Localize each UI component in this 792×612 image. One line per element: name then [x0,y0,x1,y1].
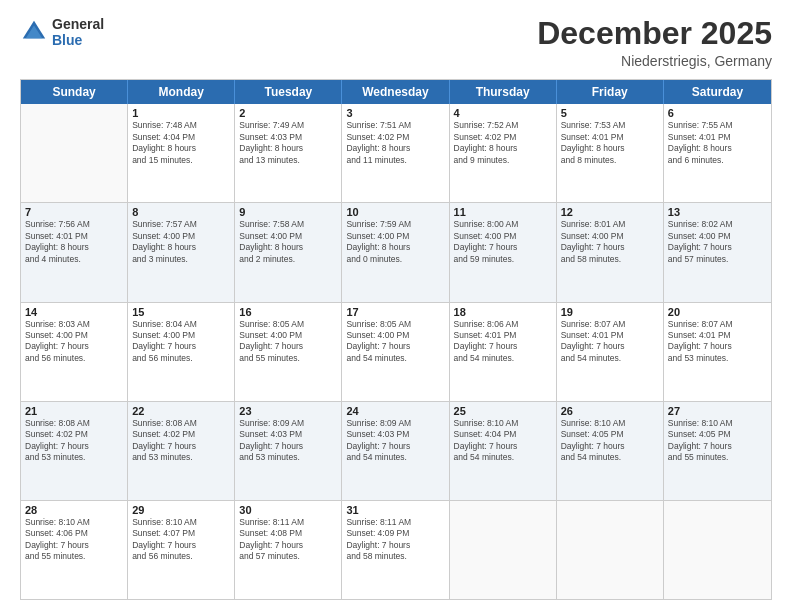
weekday-header: Thursday [450,80,557,104]
calendar-body: 1Sunrise: 7:48 AM Sunset: 4:04 PM Daylig… [21,104,771,599]
day-number: 14 [25,306,123,318]
day-info: Sunrise: 8:08 AM Sunset: 4:02 PM Dayligh… [132,418,230,464]
logo-text: General Blue [52,16,104,48]
day-number: 25 [454,405,552,417]
day-info: Sunrise: 7:58 AM Sunset: 4:00 PM Dayligh… [239,219,337,265]
day-number: 18 [454,306,552,318]
calendar-cell: 18Sunrise: 8:06 AM Sunset: 4:01 PM Dayli… [450,303,557,401]
day-info: Sunrise: 8:11 AM Sunset: 4:08 PM Dayligh… [239,517,337,563]
page: General Blue December 2025 Niederstriegi… [0,0,792,612]
calendar-cell: 5Sunrise: 7:53 AM Sunset: 4:01 PM Daylig… [557,104,664,202]
day-info: Sunrise: 7:57 AM Sunset: 4:00 PM Dayligh… [132,219,230,265]
day-number: 19 [561,306,659,318]
day-info: Sunrise: 7:49 AM Sunset: 4:03 PM Dayligh… [239,120,337,166]
day-number: 10 [346,206,444,218]
day-info: Sunrise: 7:59 AM Sunset: 4:00 PM Dayligh… [346,219,444,265]
calendar-cell: 20Sunrise: 8:07 AM Sunset: 4:01 PM Dayli… [664,303,771,401]
day-info: Sunrise: 7:55 AM Sunset: 4:01 PM Dayligh… [668,120,767,166]
weekday-header: Saturday [664,80,771,104]
calendar-cell: 2Sunrise: 7:49 AM Sunset: 4:03 PM Daylig… [235,104,342,202]
calendar-cell: 4Sunrise: 7:52 AM Sunset: 4:02 PM Daylig… [450,104,557,202]
day-info: Sunrise: 7:56 AM Sunset: 4:01 PM Dayligh… [25,219,123,265]
day-info: Sunrise: 8:10 AM Sunset: 4:05 PM Dayligh… [668,418,767,464]
calendar-cell: 8Sunrise: 7:57 AM Sunset: 4:00 PM Daylig… [128,203,235,301]
day-number: 4 [454,107,552,119]
calendar-cell: 29Sunrise: 8:10 AM Sunset: 4:07 PM Dayli… [128,501,235,599]
day-number: 22 [132,405,230,417]
day-info: Sunrise: 8:10 AM Sunset: 4:05 PM Dayligh… [561,418,659,464]
day-number: 24 [346,405,444,417]
day-info: Sunrise: 8:02 AM Sunset: 4:00 PM Dayligh… [668,219,767,265]
day-number: 15 [132,306,230,318]
calendar-cell: 23Sunrise: 8:09 AM Sunset: 4:03 PM Dayli… [235,402,342,500]
day-info: Sunrise: 7:53 AM Sunset: 4:01 PM Dayligh… [561,120,659,166]
day-info: Sunrise: 8:03 AM Sunset: 4:00 PM Dayligh… [25,319,123,365]
calendar-cell [664,501,771,599]
calendar-row: 7Sunrise: 7:56 AM Sunset: 4:01 PM Daylig… [21,203,771,302]
day-number: 26 [561,405,659,417]
weekday-header: Wednesday [342,80,449,104]
location: Niederstriegis, Germany [537,53,772,69]
day-info: Sunrise: 7:51 AM Sunset: 4:02 PM Dayligh… [346,120,444,166]
weekday-header: Tuesday [235,80,342,104]
day-number: 5 [561,107,659,119]
day-info: Sunrise: 8:09 AM Sunset: 4:03 PM Dayligh… [239,418,337,464]
day-number: 2 [239,107,337,119]
weekday-header: Sunday [21,80,128,104]
calendar-cell: 17Sunrise: 8:05 AM Sunset: 4:00 PM Dayli… [342,303,449,401]
calendar-row: 14Sunrise: 8:03 AM Sunset: 4:00 PM Dayli… [21,303,771,402]
calendar-row: 28Sunrise: 8:10 AM Sunset: 4:06 PM Dayli… [21,501,771,599]
calendar-cell: 12Sunrise: 8:01 AM Sunset: 4:00 PM Dayli… [557,203,664,301]
calendar: SundayMondayTuesdayWednesdayThursdayFrid… [20,79,772,600]
day-info: Sunrise: 7:48 AM Sunset: 4:04 PM Dayligh… [132,120,230,166]
calendar-cell [21,104,128,202]
calendar-cell: 19Sunrise: 8:07 AM Sunset: 4:01 PM Dayli… [557,303,664,401]
day-number: 17 [346,306,444,318]
calendar-cell: 24Sunrise: 8:09 AM Sunset: 4:03 PM Dayli… [342,402,449,500]
calendar-cell: 3Sunrise: 7:51 AM Sunset: 4:02 PM Daylig… [342,104,449,202]
day-number: 30 [239,504,337,516]
day-number: 7 [25,206,123,218]
day-info: Sunrise: 8:04 AM Sunset: 4:00 PM Dayligh… [132,319,230,365]
day-number: 12 [561,206,659,218]
day-info: Sunrise: 8:11 AM Sunset: 4:09 PM Dayligh… [346,517,444,563]
day-info: Sunrise: 8:06 AM Sunset: 4:01 PM Dayligh… [454,319,552,365]
day-number: 21 [25,405,123,417]
day-info: Sunrise: 8:10 AM Sunset: 4:07 PM Dayligh… [132,517,230,563]
day-number: 3 [346,107,444,119]
header: General Blue December 2025 Niederstriegi… [20,16,772,69]
day-number: 9 [239,206,337,218]
day-info: Sunrise: 8:01 AM Sunset: 4:00 PM Dayligh… [561,219,659,265]
day-info: Sunrise: 8:09 AM Sunset: 4:03 PM Dayligh… [346,418,444,464]
calendar-cell: 10Sunrise: 7:59 AM Sunset: 4:00 PM Dayli… [342,203,449,301]
day-info: Sunrise: 8:07 AM Sunset: 4:01 PM Dayligh… [668,319,767,365]
day-number: 31 [346,504,444,516]
logo-icon [20,18,48,46]
calendar-cell: 22Sunrise: 8:08 AM Sunset: 4:02 PM Dayli… [128,402,235,500]
calendar-cell: 6Sunrise: 7:55 AM Sunset: 4:01 PM Daylig… [664,104,771,202]
day-info: Sunrise: 8:05 AM Sunset: 4:00 PM Dayligh… [346,319,444,365]
calendar-cell: 13Sunrise: 8:02 AM Sunset: 4:00 PM Dayli… [664,203,771,301]
day-number: 28 [25,504,123,516]
calendar-row: 21Sunrise: 8:08 AM Sunset: 4:02 PM Dayli… [21,402,771,501]
calendar-cell: 9Sunrise: 7:58 AM Sunset: 4:00 PM Daylig… [235,203,342,301]
day-info: Sunrise: 8:10 AM Sunset: 4:06 PM Dayligh… [25,517,123,563]
weekday-header: Friday [557,80,664,104]
day-info: Sunrise: 8:05 AM Sunset: 4:00 PM Dayligh… [239,319,337,365]
calendar-cell: 14Sunrise: 8:03 AM Sunset: 4:00 PM Dayli… [21,303,128,401]
calendar-cell: 1Sunrise: 7:48 AM Sunset: 4:04 PM Daylig… [128,104,235,202]
day-number: 11 [454,206,552,218]
calendar-cell: 26Sunrise: 8:10 AM Sunset: 4:05 PM Dayli… [557,402,664,500]
calendar-cell: 11Sunrise: 8:00 AM Sunset: 4:00 PM Dayli… [450,203,557,301]
day-number: 6 [668,107,767,119]
calendar-cell: 16Sunrise: 8:05 AM Sunset: 4:00 PM Dayli… [235,303,342,401]
day-number: 27 [668,405,767,417]
day-number: 23 [239,405,337,417]
logo: General Blue [20,16,104,48]
calendar-cell: 30Sunrise: 8:11 AM Sunset: 4:08 PM Dayli… [235,501,342,599]
calendar-cell: 31Sunrise: 8:11 AM Sunset: 4:09 PM Dayli… [342,501,449,599]
calendar-cell [450,501,557,599]
calendar-header: SundayMondayTuesdayWednesdayThursdayFrid… [21,80,771,104]
calendar-cell: 21Sunrise: 8:08 AM Sunset: 4:02 PM Dayli… [21,402,128,500]
month-title: December 2025 [537,16,772,51]
